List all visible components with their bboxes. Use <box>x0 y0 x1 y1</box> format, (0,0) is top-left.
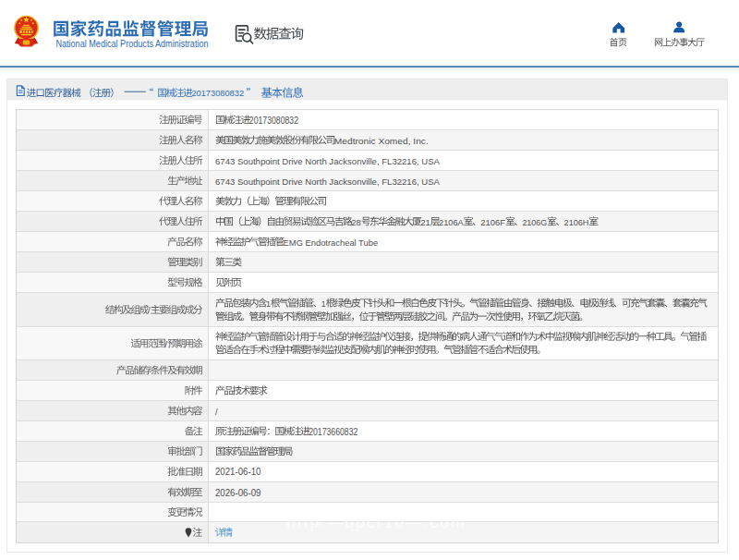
svg-text:1: 1 <box>321 299 326 309</box>
svg-text:20173080832: 20173080832 <box>249 116 299 126</box>
svg-text:/: / <box>148 305 151 315</box>
svg-text:20173660832: 20173660832 <box>309 427 358 437</box>
svg-text:2026-06-09: 2026-06-09 <box>215 488 261 498</box>
svg-text:2106A: 2106A <box>439 218 465 227</box>
svg-text:1: 1 <box>266 299 271 309</box>
svg-text:20173080832: 20173080832 <box>191 88 244 98</box>
svg-text:nttp:—qpcr10—.com: nttp:—qpcr10—.com <box>286 513 466 531</box>
svg-text:2106G: 2106G <box>522 218 547 227</box>
svg-text:Medtronic Xomed, Inc.: Medtronic Xomed, Inc. <box>334 137 429 146</box>
svg-text:6743 Southpoint Drive North Ja: 6743 Southpoint Drive North Jacksonville… <box>215 157 441 166</box>
svg-text:2106F: 2106F <box>480 218 505 227</box>
svg-text:6743 Southpoint Drive North Ja: 6743 Southpoint Drive North Jacksonville… <box>215 177 441 187</box>
svg-text:/: / <box>164 339 167 349</box>
svg-text:21: 21 <box>420 218 430 227</box>
svg-text:EMG Endotracheal Tube: EMG Endotracheal Tube <box>284 238 379 248</box>
svg-text:/: / <box>215 408 218 417</box>
svg-text:2021-06-10: 2021-06-10 <box>215 467 261 477</box>
svg-text:National Medical Products Admi: National Medical Products Administration <box>55 39 208 49</box>
svg-text:28: 28 <box>351 218 361 227</box>
svg-text:2106H: 2106H <box>564 218 589 227</box>
